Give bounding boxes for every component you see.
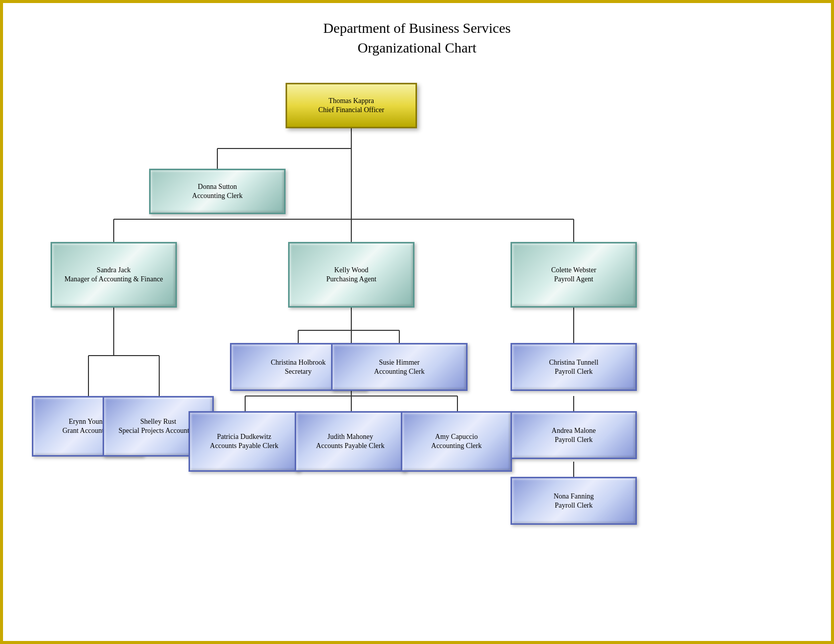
node-judith: Judith Mahoney Accounts Payable Clerk [295,411,406,472]
node-nona: Nona Fanning Payroll Clerk [511,477,637,525]
node-andrea: Andrea Malone Payroll Clerk [511,411,637,459]
node-patricia: Patricia Dudkewitz Accounts Payable Cler… [189,411,300,472]
node-cfo: Thomas Kappra Chief Financial Officer [286,83,417,128]
node-donna: Donna Sutton Accounting Clerk [149,169,286,214]
node-susie: Susie Himmer Accounting Clerk [331,343,468,391]
node-colette: Colette Webster Payroll Agent [511,242,637,308]
page-title: Department of Business Services Organiza… [13,18,821,58]
node-sandra: Sandra Jack Manager of Accounting & Fina… [51,242,177,308]
node-kelly: Kelly Wood Purchasing Agent [288,242,414,308]
node-amy: Amy Capuccio Accounting Clerk [401,411,512,472]
node-christina-t: Christina Tunnell Payroll Clerk [511,343,637,391]
